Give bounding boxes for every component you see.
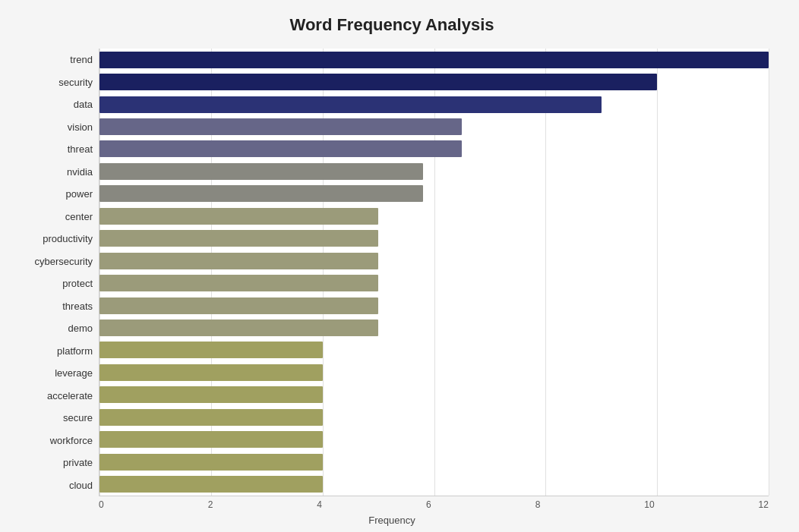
bar bbox=[99, 74, 657, 90]
y-label: private bbox=[63, 453, 93, 473]
bar-row bbox=[99, 385, 769, 405]
y-label: protect bbox=[62, 274, 93, 294]
bars-area bbox=[99, 49, 769, 496]
bar-row bbox=[99, 452, 769, 472]
y-label: center bbox=[65, 206, 93, 226]
bar bbox=[99, 431, 323, 448]
bar bbox=[99, 476, 323, 493]
y-label: productivity bbox=[43, 229, 93, 249]
y-label: demo bbox=[68, 319, 93, 338]
bar bbox=[99, 118, 462, 135]
bar bbox=[99, 253, 378, 269]
grid-line bbox=[657, 49, 658, 496]
bar-row bbox=[99, 251, 769, 271]
bar-row bbox=[99, 340, 769, 360]
bar-row bbox=[99, 50, 769, 70]
x-axis-label: Frequency bbox=[15, 515, 769, 526]
bar-row bbox=[99, 139, 769, 159]
y-label: nvidia bbox=[67, 162, 93, 181]
y-label: trend bbox=[70, 50, 93, 70]
bar-row bbox=[99, 95, 769, 115]
bar bbox=[99, 230, 378, 247]
y-axis: trendsecuritydatavisionthreatnvidiapower… bbox=[15, 49, 99, 496]
y-label: cloud bbox=[69, 475, 93, 495]
grid-line bbox=[545, 49, 546, 496]
chart-container: Word Frequency Analysis trendsecuritydat… bbox=[0, 0, 799, 532]
bar bbox=[99, 208, 378, 225]
x-tick: 0 bbox=[99, 499, 104, 510]
y-label: platform bbox=[57, 341, 93, 360]
x-tick: 6 bbox=[426, 499, 431, 510]
bar bbox=[99, 96, 602, 113]
y-label: threats bbox=[62, 296, 93, 316]
y-label: vision bbox=[68, 117, 93, 137]
grid-line bbox=[323, 49, 324, 496]
x-axis: 024681012 bbox=[15, 499, 769, 510]
bar bbox=[99, 52, 769, 68]
bar bbox=[99, 386, 323, 403]
bar bbox=[99, 454, 323, 471]
x-tick-container: 024681012 bbox=[99, 499, 769, 510]
bar bbox=[99, 163, 423, 180]
bar-row bbox=[99, 296, 769, 316]
bar-row bbox=[99, 318, 769, 338]
y-label: power bbox=[66, 184, 93, 204]
x-tick: 4 bbox=[317, 499, 322, 510]
bar bbox=[99, 297, 378, 314]
y-label: cybersecurity bbox=[34, 251, 93, 271]
x-tick: 8 bbox=[535, 499, 541, 510]
chart-title: Word Frequency Analysis bbox=[15, 15, 769, 35]
bar bbox=[99, 342, 323, 358]
grid-line bbox=[434, 49, 435, 496]
y-label: workforce bbox=[50, 430, 93, 450]
y-label: data bbox=[74, 95, 93, 115]
y-label: leverage bbox=[55, 364, 93, 383]
x-tick: 10 bbox=[644, 499, 654, 510]
bar-row bbox=[99, 363, 769, 382]
grid-line bbox=[99, 49, 100, 496]
bar-row bbox=[99, 162, 769, 181]
y-label: secure bbox=[63, 408, 93, 428]
chart-area: trendsecuritydatavisionthreatnvidiapower… bbox=[15, 49, 769, 496]
bar-row bbox=[99, 184, 769, 203]
bar-row bbox=[99, 117, 769, 137]
grid-line bbox=[769, 49, 769, 496]
bar-row bbox=[99, 430, 769, 449]
bar-row bbox=[99, 228, 769, 248]
bar-row bbox=[99, 72, 769, 92]
bar bbox=[99, 275, 378, 291]
bar bbox=[99, 409, 323, 426]
x-tick: 12 bbox=[759, 499, 769, 510]
y-label: accelerate bbox=[47, 386, 93, 405]
bar bbox=[99, 320, 378, 336]
bar bbox=[99, 185, 423, 202]
bar-row bbox=[99, 474, 769, 494]
bar bbox=[99, 140, 462, 157]
grid-line bbox=[211, 49, 212, 496]
y-label: threat bbox=[68, 140, 93, 159]
y-label: security bbox=[58, 72, 93, 92]
bar-row bbox=[99, 273, 769, 293]
bar-row bbox=[99, 206, 769, 226]
bar-row bbox=[99, 408, 769, 427]
bar bbox=[99, 364, 323, 381]
x-tick: 2 bbox=[208, 499, 213, 510]
